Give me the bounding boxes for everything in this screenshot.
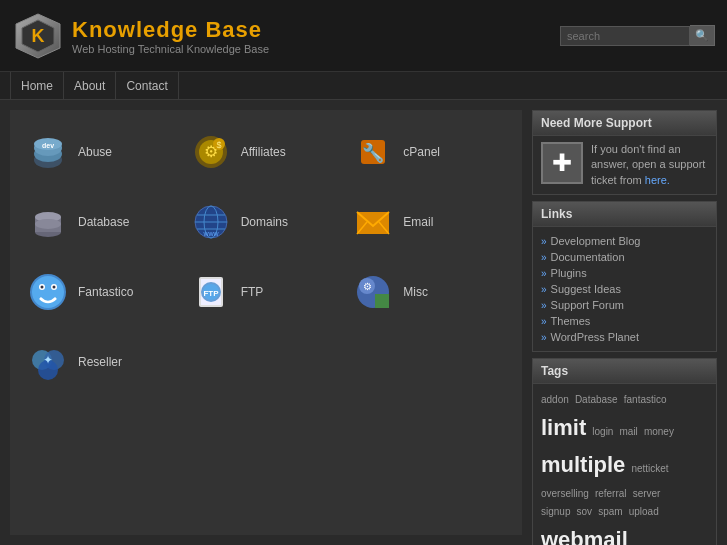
support-box: Need More Support ✚ If you don't find an… [532, 110, 717, 195]
svg-text:✦: ✦ [43, 353, 53, 367]
tag-upload[interactable]: upload [629, 506, 659, 517]
tag-webmail[interactable]: webmail [541, 527, 628, 545]
category-reseller[interactable]: ✦ Reseller [22, 332, 185, 392]
search-input[interactable] [560, 26, 690, 46]
cpanel-icon: 🔧 [351, 130, 395, 174]
category-database[interactable]: Database [22, 192, 185, 252]
wordpress-planet-link[interactable]: WordPress Planet [551, 331, 639, 343]
svg-text:dev: dev [42, 142, 54, 149]
sidebar: Need More Support ✚ If you don't find an… [532, 110, 717, 535]
support-ticket-icon[interactable]: ✚ [541, 142, 583, 184]
tag-login[interactable]: login [592, 426, 613, 437]
misc-icon: ⚙ [351, 270, 395, 314]
content-area: dev Abuse ⚙ $ Affiliates [10, 110, 522, 535]
fantastico-icon [26, 270, 70, 314]
ftp-label: FTP [241, 285, 264, 299]
list-item: Themes [541, 313, 708, 329]
tag-fantastico[interactable]: fantastico [624, 394, 667, 405]
affiliates-label: Affiliates [241, 145, 286, 159]
nav-contact[interactable]: Contact [116, 72, 178, 100]
category-domains[interactable]: www Domains [185, 192, 348, 252]
database-icon [26, 200, 70, 244]
tag-sov[interactable]: sov [577, 506, 593, 517]
tags-header: Tags [533, 359, 716, 384]
cpanel-label: cPanel [403, 145, 440, 159]
logo-area: K Knowledge Base Web Hosting Technical K… [12, 10, 269, 62]
svg-text:$: $ [216, 140, 221, 150]
abuse-label: Abuse [78, 145, 112, 159]
category-abuse[interactable]: dev Abuse [22, 122, 185, 182]
links-header: Links [533, 202, 716, 227]
tag-referral[interactable]: referral [595, 488, 627, 499]
site-tagline: Web Hosting Technical Knowledge Base [72, 43, 269, 55]
email-label: Email [403, 215, 433, 229]
support-content: ✚ If you don't find an answer, open a su… [533, 136, 716, 194]
tag-overselling[interactable]: overselling [541, 488, 589, 499]
site-title: Knowledge Base [72, 17, 269, 43]
category-misc[interactable]: ⚙ Misc [347, 262, 510, 322]
suggest-ideas-link[interactable]: Suggest Ideas [551, 283, 621, 295]
tag-spam[interactable]: spam [598, 506, 622, 517]
tags-cloud: addon Database fantastico limit login ma… [541, 390, 708, 545]
tag-addon[interactable]: addon [541, 394, 569, 405]
reseller-label: Reseller [78, 355, 122, 369]
svg-text:K: K [32, 26, 45, 46]
support-text: If you don't find an answer, open a supp… [591, 142, 708, 188]
dev-blog-link[interactable]: Development Blog [551, 235, 641, 247]
links-box: Links Development Blog Documentation Plu… [532, 201, 717, 352]
fantastico-label: Fantastico [78, 285, 133, 299]
tags-box: Tags addon Database fantastico limit log… [532, 358, 717, 545]
nav-home[interactable]: Home [10, 72, 64, 100]
category-ftp[interactable]: FTP FTP [185, 262, 348, 322]
abuse-icon: dev [26, 130, 70, 174]
tag-multiple[interactable]: multiple [541, 452, 625, 477]
tag-server[interactable]: server [633, 488, 661, 499]
list-item: WordPress Planet [541, 329, 708, 345]
links-content: Development Blog Documentation Plugins S… [533, 227, 716, 351]
support-header: Need More Support [533, 111, 716, 136]
themes-link[interactable]: Themes [551, 315, 591, 327]
support-forum-link[interactable]: Support Forum [551, 299, 624, 311]
svg-point-32 [41, 286, 44, 289]
category-email[interactable]: Email [347, 192, 510, 252]
category-cpanel[interactable]: 🔧 cPanel [347, 122, 510, 182]
category-fantastico[interactable]: Fantastico [22, 262, 185, 322]
list-item: Development Blog [541, 233, 708, 249]
category-affiliates[interactable]: ⚙ $ Affiliates [185, 122, 348, 182]
tag-limit[interactable]: limit [541, 415, 586, 440]
tag-signup[interactable]: signup [541, 506, 570, 517]
reseller-icon: ✦ [26, 340, 70, 384]
svg-text:www: www [202, 230, 219, 237]
affiliates-icon: ⚙ $ [189, 130, 233, 174]
svg-point-18 [35, 219, 61, 229]
logo-icon: K [12, 10, 64, 62]
plugins-link[interactable]: Plugins [551, 267, 587, 279]
main-area: dev Abuse ⚙ $ Affiliates [0, 100, 727, 545]
tags-content: addon Database fantastico limit login ma… [533, 384, 716, 545]
tag-netticket[interactable]: netticket [631, 463, 668, 474]
search-button[interactable]: 🔍 [690, 25, 715, 46]
svg-text:🔧: 🔧 [362, 142, 385, 164]
tag-database[interactable]: Database [575, 394, 618, 405]
documentation-link[interactable]: Documentation [551, 251, 625, 263]
logo-text: Knowledge Base Web Hosting Technical Kno… [72, 17, 269, 55]
svg-point-33 [53, 286, 56, 289]
list-item: Documentation [541, 249, 708, 265]
tag-mail[interactable]: mail [620, 426, 638, 437]
search-area: 🔍 [560, 25, 715, 46]
links-list: Development Blog Documentation Plugins S… [541, 233, 708, 345]
svg-text:FTP: FTP [203, 289, 219, 298]
database-label: Database [78, 215, 129, 229]
list-item: Support Forum [541, 297, 708, 313]
list-item: Plugins [541, 265, 708, 281]
list-item: Suggest Ideas [541, 281, 708, 297]
svg-rect-40 [375, 294, 389, 308]
misc-label: Misc [403, 285, 428, 299]
support-link[interactable]: here. [645, 174, 670, 186]
categories-grid: dev Abuse ⚙ $ Affiliates [22, 122, 510, 392]
nav-about[interactable]: About [64, 72, 116, 100]
domains-label: Domains [241, 215, 288, 229]
domains-icon: www [189, 200, 233, 244]
tag-money[interactable]: money [644, 426, 674, 437]
header: K Knowledge Base Web Hosting Technical K… [0, 0, 727, 72]
